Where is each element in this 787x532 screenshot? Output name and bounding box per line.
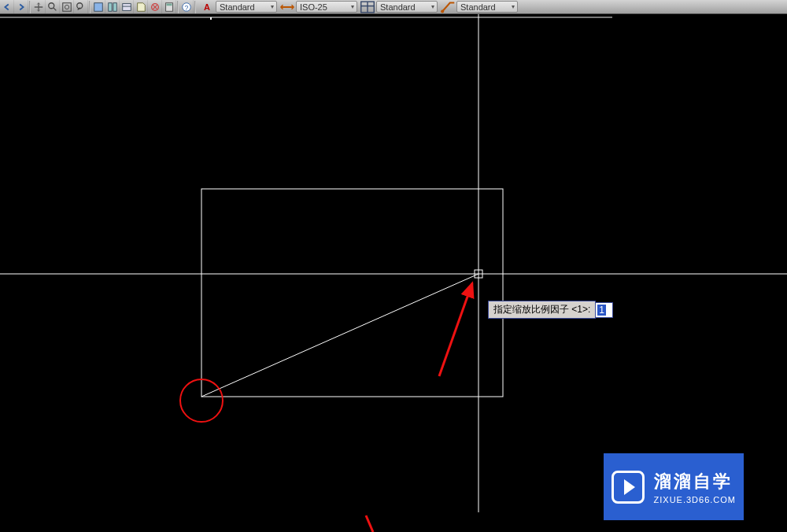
watermark-title: 溜溜自学 bbox=[654, 470, 736, 493]
svg-rect-8 bbox=[122, 3, 131, 10]
mleader-style-icon[interactable] bbox=[439, 1, 456, 13]
dynamic-input-prompt: 指定缩放比例因子 <1>: 1 bbox=[488, 301, 613, 319]
svg-text:?: ? bbox=[184, 3, 188, 11]
undo-icon[interactable] bbox=[0, 0, 14, 13]
svg-rect-2 bbox=[62, 2, 71, 11]
rubber-band-line bbox=[201, 274, 478, 397]
separator bbox=[89, 1, 91, 13]
zoom-previous-icon[interactable] bbox=[74, 0, 88, 13]
svg-line-1 bbox=[53, 7, 56, 10]
table-style-value: Standard bbox=[380, 2, 416, 12]
annotation-mark bbox=[366, 515, 373, 532]
svg-rect-6 bbox=[108, 2, 111, 11]
chevron-down-icon: ▾ bbox=[512, 3, 515, 10]
table-style-icon[interactable] bbox=[359, 1, 376, 13]
separator bbox=[29, 1, 31, 13]
dim-style-icon[interactable] bbox=[279, 1, 296, 13]
prompt-label: 指定缩放比例因子 <1>: bbox=[488, 301, 596, 319]
text-style-dropdown[interactable]: Standard ▾ bbox=[216, 1, 277, 13]
mleader-style-value: Standard bbox=[460, 2, 496, 12]
model-space[interactable]: 指定缩放比例因子 <1>: 1 溜溜自学 ZIXUE.3D66.COM bbox=[0, 14, 787, 532]
play-icon bbox=[611, 471, 645, 504]
svg-point-0 bbox=[48, 2, 54, 8]
table-style-control: Standard ▾ bbox=[359, 0, 438, 13]
svg-rect-7 bbox=[113, 2, 116, 11]
markup-icon[interactable] bbox=[148, 0, 162, 13]
svg-point-19 bbox=[441, 9, 444, 13]
svg-point-4 bbox=[76, 2, 82, 8]
text-style-icon[interactable]: A bbox=[198, 1, 216, 13]
table-style-dropdown[interactable]: Standard ▾ bbox=[376, 1, 438, 13]
prompt-value-text: 1 bbox=[597, 305, 606, 316]
tool-palettes-icon[interactable] bbox=[120, 0, 134, 13]
help-icon[interactable]: ? bbox=[179, 0, 194, 13]
watermark-badge: 溜溜自学 ZIXUE.3D66.COM bbox=[604, 453, 744, 520]
svg-point-3 bbox=[65, 5, 68, 9]
chevron-down-icon: ▾ bbox=[351, 3, 354, 10]
rectangle-entity bbox=[201, 189, 503, 397]
annotation-arrow bbox=[439, 283, 472, 376]
dim-style-control: ISO-25 ▾ bbox=[279, 0, 357, 13]
svg-rect-12 bbox=[166, 3, 172, 6]
separator bbox=[177, 1, 179, 13]
redo-icon[interactable] bbox=[14, 0, 28, 13]
chevron-down-icon: ▾ bbox=[271, 3, 274, 10]
main-toolbar: ? A Standard ▾ ISO-25 ▾ Standard ▾ Stand… bbox=[0, 0, 787, 14]
prompt-input[interactable]: 1 bbox=[596, 302, 613, 318]
sheet-set-icon[interactable] bbox=[134, 0, 148, 13]
watermark-url: ZIXUE.3D66.COM bbox=[654, 495, 736, 504]
chevron-down-icon: ▾ bbox=[431, 3, 434, 10]
mleader-style-dropdown[interactable]: Standard ▾ bbox=[456, 1, 518, 13]
quickcalc-icon[interactable] bbox=[162, 0, 176, 13]
svg-rect-5 bbox=[94, 2, 102, 11]
text-style-control: A Standard ▾ bbox=[198, 0, 277, 13]
properties-icon[interactable] bbox=[91, 0, 105, 13]
dim-style-value: ISO-25 bbox=[300, 2, 327, 12]
pan-icon[interactable] bbox=[31, 0, 46, 13]
zoom-window-icon[interactable] bbox=[46, 0, 60, 13]
design-center-icon[interactable] bbox=[105, 0, 120, 13]
zoom-extents-icon[interactable] bbox=[60, 0, 74, 13]
text-style-value: Standard bbox=[220, 2, 255, 12]
mleader-style-control: Standard ▾ bbox=[439, 0, 518, 13]
separator bbox=[194, 1, 196, 13]
dim-style-dropdown[interactable]: ISO-25 ▾ bbox=[296, 1, 357, 13]
